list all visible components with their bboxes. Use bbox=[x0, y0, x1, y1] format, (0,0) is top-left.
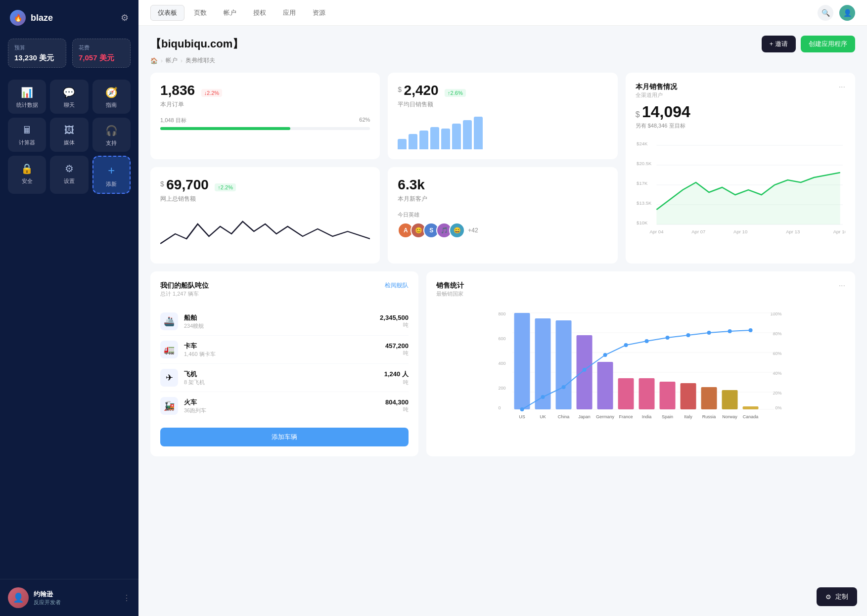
svg-point-53 bbox=[686, 333, 690, 337]
sidebar-item-settings[interactable]: ⚙ 设置 bbox=[50, 156, 88, 194]
create-app-button[interactable]: 创建应用程序 bbox=[801, 36, 855, 52]
tab-resources[interactable]: 资源 bbox=[305, 5, 333, 21]
monthly-sales-title: 本月销售情况 bbox=[636, 83, 677, 91]
hero-avatar-5: 😄 bbox=[449, 222, 465, 238]
plane-count: 8 架飞机 bbox=[184, 379, 378, 386]
svg-text:Canada: Canada bbox=[743, 414, 759, 419]
budget-label: 预算 bbox=[14, 44, 60, 51]
monthly-sales-card: 本月销售情况 全渠道用户 ··· $ 14,094 另有 $48,346 至目标… bbox=[626, 73, 855, 264]
top-nav: 仪表板 页数 帐户 授权 应用 资源 🔍 👤 bbox=[138, 0, 867, 26]
svg-text:China: China bbox=[558, 414, 570, 419]
tab-dashboard[interactable]: 仪表板 bbox=[150, 5, 184, 21]
progress-label-text: 1,048 目标 bbox=[160, 117, 186, 124]
settings-icon[interactable]: ⚙ bbox=[121, 12, 129, 23]
tab-accounts[interactable]: 帐户 bbox=[216, 5, 244, 21]
chat-icon: 💬 bbox=[63, 87, 75, 98]
svg-text:UK: UK bbox=[540, 414, 546, 419]
bar-6 bbox=[452, 124, 461, 150]
svg-rect-38 bbox=[618, 378, 634, 409]
sidebar-item-stats[interactable]: 📊 统计数据 bbox=[8, 80, 46, 114]
svg-rect-39 bbox=[639, 378, 654, 409]
support-icon: 🎧 bbox=[105, 125, 118, 136]
svg-text:200: 200 bbox=[498, 386, 505, 391]
sidebar-item-chat[interactable]: 💬 聊天 bbox=[50, 80, 88, 114]
bottom-row: 我们的船队吨位 总计 1,247 辆车 检阅舰队 🚢 船舶 234艘舰 2,34… bbox=[150, 271, 855, 456]
media-icon: 🖼 bbox=[64, 125, 74, 136]
ship-icon: 🚢 bbox=[160, 312, 178, 330]
svg-text:$17K: $17K bbox=[637, 181, 648, 186]
invite-button[interactable]: + 邀请 bbox=[762, 36, 796, 52]
svg-text:India: India bbox=[642, 414, 652, 419]
sidebar-item-calc[interactable]: 🖩 计算器 bbox=[8, 118, 46, 152]
svg-text:0%: 0% bbox=[775, 405, 781, 410]
customize-button[interactable]: ⚙ 定制 bbox=[817, 587, 857, 606]
breadcrumb-accounts[interactable]: 帐户 bbox=[166, 56, 178, 65]
orders-card: 1,836 ↓2.2% 本月订单 1,048 目标 62% bbox=[150, 73, 380, 159]
bar-4 bbox=[430, 127, 439, 150]
svg-text:800: 800 bbox=[498, 311, 505, 316]
svg-text:80%: 80% bbox=[773, 331, 781, 336]
monthly-sales-chart: $24K $20.5K $17K $13.5K $10K bbox=[636, 135, 845, 215]
user-info: 约翰逊 反应开发者 bbox=[34, 590, 118, 606]
svg-text:100%: 100% bbox=[770, 311, 781, 316]
svg-text:$24K: $24K bbox=[637, 141, 648, 146]
sales-stats-card: 销售统计 最畅销国家 ··· 100% 80% 60% 40% 20% 0% bbox=[426, 271, 855, 456]
ship-count: 234艘舰 bbox=[184, 322, 374, 330]
svg-text:Italy: Italy bbox=[684, 414, 692, 419]
svg-rect-41 bbox=[680, 383, 696, 409]
svg-point-46 bbox=[541, 395, 545, 399]
new-customers-card: 6.3k 本月新客户 今日英雄 A 😊 S 🎵 😄 +42 bbox=[388, 167, 617, 264]
user-nav-avatar[interactable]: 👤 bbox=[839, 5, 855, 21]
user-name: 约翰逊 bbox=[34, 590, 118, 599]
page-actions: + 邀请 创建应用程序 bbox=[762, 36, 855, 52]
mini-bar-chart bbox=[398, 115, 607, 149]
svg-rect-36 bbox=[576, 335, 592, 409]
svg-point-49 bbox=[603, 353, 607, 357]
plane-name: 飞机 bbox=[184, 370, 378, 379]
svg-rect-43 bbox=[722, 390, 737, 409]
svg-text:Russia: Russia bbox=[702, 414, 716, 419]
sales-stats-sub: 最畅销国家 bbox=[436, 290, 464, 298]
tab-apps[interactable]: 应用 bbox=[275, 5, 303, 21]
logo-area: 🔥 blaze bbox=[10, 10, 53, 26]
sidebar: 🔥 blaze ⚙ 预算 13,230 美元 花费 7,057 美元 📊 统计数… bbox=[0, 0, 138, 616]
tab-auth[interactable]: 授权 bbox=[246, 5, 274, 21]
fleet-link[interactable]: 检阅舰队 bbox=[385, 281, 409, 290]
monthly-sales-amount: 14,094 bbox=[642, 103, 690, 121]
tab-pages[interactable]: 页数 bbox=[186, 5, 214, 21]
sales-stats-more[interactable]: ··· bbox=[839, 281, 845, 290]
customize-icon: ⚙ bbox=[825, 593, 831, 601]
logo-text: blaze bbox=[31, 13, 53, 23]
truck-icon: 🚛 bbox=[160, 341, 178, 358]
add-vehicle-button[interactable]: 添加车辆 bbox=[160, 428, 409, 446]
svg-rect-37 bbox=[597, 362, 613, 409]
page-title: 【biqubiqu.com】 bbox=[150, 37, 243, 51]
truck-name: 卡车 bbox=[184, 342, 379, 351]
expense-value: 7,057 美元 bbox=[79, 53, 124, 62]
sidebar-item-support[interactable]: 🎧 支持 bbox=[92, 118, 131, 152]
sidebar-item-security[interactable]: 🔒 安全 bbox=[8, 156, 46, 194]
nav-actions: 🔍 👤 bbox=[818, 5, 855, 21]
total-online-badge: ↑2.2% bbox=[215, 183, 236, 191]
user-more-icon[interactable]: ⋮ bbox=[123, 593, 131, 603]
sidebar-item-add[interactable]: + 添新 bbox=[92, 156, 131, 194]
sidebar-item-media[interactable]: 🖼 媒体 bbox=[50, 118, 88, 152]
svg-marker-10 bbox=[656, 173, 840, 224]
monthly-sales-more[interactable]: ··· bbox=[839, 83, 845, 91]
settings-label: 设置 bbox=[64, 177, 75, 185]
svg-text:Norway: Norway bbox=[722, 414, 737, 419]
train-count: 36跑列车 bbox=[184, 407, 379, 414]
progress-track bbox=[160, 127, 370, 130]
settings2-icon: ⚙ bbox=[65, 163, 74, 175]
user-role: 反应开发者 bbox=[34, 599, 118, 606]
search-button[interactable]: 🔍 bbox=[818, 5, 833, 21]
orders-number: 1,836 ↓2.2% bbox=[160, 83, 222, 98]
bar-5 bbox=[441, 129, 450, 149]
total-online-card: $ 69,700 ↑2.2% 网上总销售额 bbox=[150, 167, 380, 264]
add-label: 添新 bbox=[106, 180, 117, 188]
sidebar-footer: 👤 约翰逊 反应开发者 ⋮ bbox=[0, 579, 138, 616]
avg-sales-card: $ 2,420 ↑2.6% 平均日销售额 bbox=[388, 73, 617, 159]
sidebar-item-guide[interactable]: 🧭 指南 bbox=[92, 80, 131, 114]
svg-text:Apr 04: Apr 04 bbox=[649, 229, 663, 234]
svg-rect-44 bbox=[742, 406, 758, 409]
